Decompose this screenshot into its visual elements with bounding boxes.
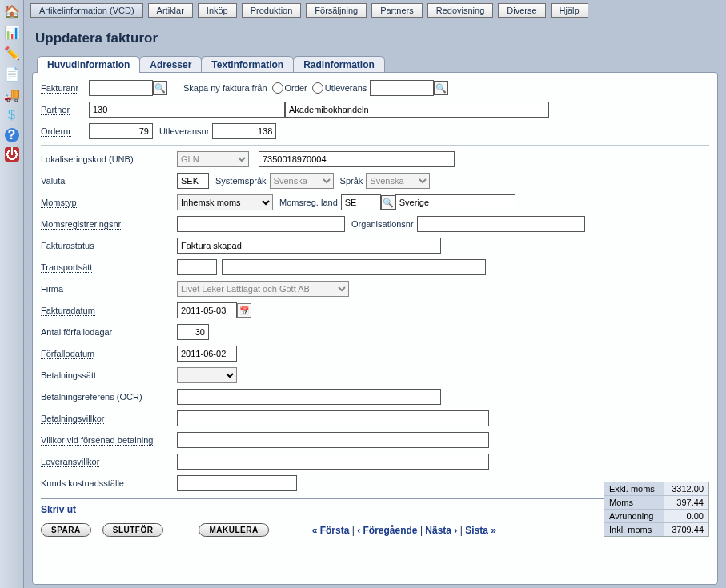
sprak-select[interactable]: Svenska (366, 173, 430, 189)
sprak-label: Språk (340, 176, 363, 186)
status-input (177, 238, 441, 254)
tabs: Huvudinformation Adresser Textinformatio… (37, 56, 718, 73)
form-panel: Fakturanr 🔍 Skapa ny faktura från Order … (32, 72, 718, 585)
systemsprak-label: Systemspråk (215, 176, 267, 186)
menu-forsaljning[interactable]: Försäljning (306, 3, 367, 18)
inkl-value: 3709.44 (664, 523, 708, 536)
transport-code-input (177, 259, 217, 275)
momsregnr-label: Momsregistreringsnr (41, 219, 121, 230)
unb-type-select[interactable]: GLN (177, 151, 249, 167)
momstyp-select[interactable]: Inhemsk moms (177, 194, 273, 210)
betsatt-label: Betalningssätt (41, 370, 177, 380)
firma-select[interactable]: Livet Leker Lättlagat och Gott AB (177, 281, 349, 297)
nav-first[interactable]: « Första (312, 525, 350, 536)
valuta-input (177, 173, 209, 189)
unb-label: Lokaliseringskod (UNB) (41, 154, 177, 164)
orgnr-label: Organisationsnr (351, 219, 414, 229)
status-label: Fakturastatus (41, 241, 177, 250)
partner-name-input (285, 102, 549, 118)
tab-radinformation[interactable]: Radinformation (293, 56, 385, 73)
momsreg-code-input[interactable] (341, 194, 381, 210)
levvillkor-label: Leveransvillkor (41, 457, 99, 467)
betsatt-select[interactable] (177, 367, 237, 383)
transport-name-input (222, 259, 486, 275)
utleverans-lookup-icon[interactable]: 🔍 (434, 81, 448, 95)
menu-produktion[interactable]: Produktion (242, 3, 302, 18)
forfallo-label: Förfallodatum (41, 349, 94, 359)
kostnad-input[interactable] (177, 475, 297, 491)
spara-button[interactable]: SPARA (41, 523, 91, 537)
moms-value: 397.44 (664, 496, 708, 510)
firma-label: Firma (41, 284, 63, 294)
order-radio[interactable] (272, 82, 283, 94)
avr-value: 0.00 (664, 510, 708, 523)
sidebar: 🏠 📊 ✏️ 📄 🚚 $ ? ⏻ (0, 0, 24, 588)
home-icon[interactable]: 🏠 (4, 3, 20, 19)
nav-last[interactable]: Sista » (465, 525, 496, 536)
partner-code-input (89, 102, 285, 118)
momsregnr-input[interactable] (177, 216, 345, 232)
betvillkor-label: Betalningsvillkor (41, 414, 104, 424)
tab-adresser[interactable]: Adresser (139, 56, 202, 73)
menu-diverse[interactable]: Diverse (498, 3, 545, 18)
exkl-label: Exkl. moms (604, 482, 664, 496)
utleveransnr-label: Utleveransnr (159, 126, 209, 136)
fakturadatum-label: Fakturadatum (41, 306, 95, 316)
partner-label: Partner (41, 105, 70, 115)
moms-label: Moms (604, 496, 664, 510)
kostnad-label: Kunds kostnadsställe (41, 478, 177, 488)
print-link[interactable]: Skriv ut (41, 504, 76, 515)
nav-prev[interactable]: ‹ Föregående (357, 525, 417, 536)
utleverans-radio[interactable] (312, 82, 323, 94)
momsreg-name-input (395, 194, 515, 210)
slutfor-button[interactable]: SLUTFÖR (102, 523, 164, 537)
totals-box: Exkl. moms3312.00 Moms397.44 Avrundning0… (604, 482, 709, 537)
utleveransnr-input (212, 123, 276, 139)
page-title: Uppdatera fakturor (32, 26, 718, 56)
tab-huvudinformation[interactable]: Huvudinformation (37, 56, 140, 73)
fakturadatum-input[interactable] (177, 302, 237, 318)
chart-icon[interactable]: 📊 (4, 24, 20, 40)
ocr-label: Betalningsreferens (OCR) (41, 392, 177, 402)
makulera-button[interactable]: MAKULERA (199, 523, 268, 537)
tab-textinformation[interactable]: Textinformation (201, 56, 294, 73)
document-icon[interactable]: 📄 (4, 66, 20, 82)
ocr-input[interactable] (177, 389, 441, 405)
fakturanr-lookup-icon[interactable]: 🔍 (153, 81, 167, 95)
unb-value-input (259, 151, 455, 167)
menu-artiklar[interactable]: Artiklar (148, 3, 193, 18)
money-icon[interactable]: $ (4, 107, 20, 123)
momsreg-label: Momsreg. land (279, 198, 338, 207)
forsenad-label: Villkor vid försenad betalning (41, 435, 153, 446)
top-menu: Artikelinformation (VCD) Artiklar Inköp … (24, 0, 726, 21)
valuta-label: Valuta (41, 176, 65, 186)
forsenad-input[interactable] (177, 432, 489, 448)
levvillkor-input[interactable] (177, 454, 489, 470)
nav-next[interactable]: Nästa › (425, 525, 457, 536)
antal-label: Antal förfallodagar (41, 327, 177, 337)
help-icon[interactable]: ? (5, 128, 19, 142)
menu-inkop[interactable]: Inköp (198, 3, 237, 18)
fakturanr-label: Fakturanr (41, 83, 78, 94)
truck-icon[interactable]: 🚚 (4, 86, 20, 102)
utleverans-input (370, 80, 434, 96)
forfallo-input (177, 346, 237, 362)
order-label: Order (285, 83, 307, 93)
betvillkor-input[interactable] (177, 410, 489, 426)
power-icon[interactable]: ⏻ (5, 147, 19, 162)
menu-artikelinfo[interactable]: Artikelinformation (VCD) (30, 3, 143, 18)
momsreg-lookup-icon[interactable]: 🔍 (381, 195, 395, 210)
skapa-label: Skapa ny faktura från (183, 83, 267, 93)
ordernr-label: Ordernr (41, 126, 71, 137)
antal-input[interactable] (177, 324, 209, 340)
orgnr-input (417, 216, 585, 232)
inkl-label: Inkl. moms (604, 523, 664, 536)
menu-hjalp[interactable]: Hjälp (551, 3, 588, 18)
systemsprak-select[interactable]: Svenska (270, 173, 334, 189)
menu-partners[interactable]: Partners (371, 3, 423, 18)
edit-icon[interactable]: ✏️ (4, 45, 20, 61)
calendar-icon[interactable]: 📅 (237, 303, 251, 318)
menu-redovisning[interactable]: Redovisning (427, 3, 494, 18)
fakturanr-input[interactable] (89, 80, 153, 96)
transport-label: Transportsätt (41, 262, 92, 273)
